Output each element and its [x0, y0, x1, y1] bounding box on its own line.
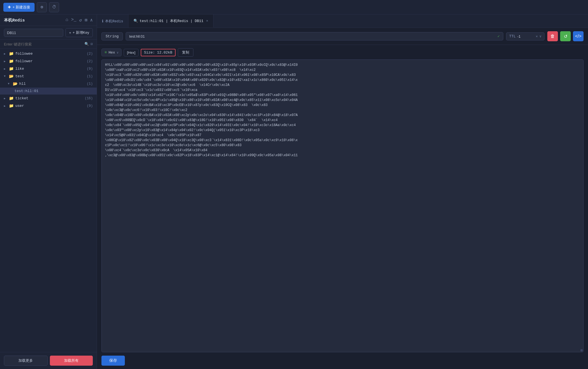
tab-close-button[interactable]: ✕	[206, 19, 208, 23]
copy-button[interactable]: 复制	[178, 48, 193, 57]
chevron-right-icon: ▶	[4, 97, 7, 100]
add-key-button[interactable]: + + 新增Key	[65, 28, 93, 37]
code-button[interactable]: </>	[573, 31, 584, 41]
tree-item-follower[interactable]: ▶ 📁 follower (2)	[0, 57, 97, 65]
tree-item-count: (1)	[87, 82, 93, 86]
delete-button[interactable]: 🗑	[547, 31, 558, 41]
sidebar-header: 本机Redis ⌂ >_ ↺ ⊞ ∧	[0, 15, 97, 26]
key-tree: ▶ 📁 followee (2) ▶ 📁 follower (2) ▶ 📁 li…	[0, 49, 97, 352]
ttl-chevron-icon[interactable]: ∨	[540, 34, 541, 38]
folder-open-icon: 📂	[9, 74, 14, 79]
chevron-right-icon: ▶	[4, 67, 7, 71]
clock-icon: ⏱	[52, 5, 56, 10]
tree-item-count: (16)	[85, 97, 93, 100]
top-bar: ✚ + 新建连接 ⚙ ⏱	[0, 0, 588, 15]
refresh-icon: ↺	[564, 34, 567, 39]
new-connection-button[interactable]: ✚ + 新建连接	[3, 3, 35, 12]
value-editor-textarea[interactable]	[102, 60, 583, 352]
info-icon: ℹ	[102, 19, 103, 23]
key-input-wrapper: ✓	[126, 32, 503, 40]
tree-item-like[interactable]: ▶ 📁 like (9)	[0, 65, 97, 73]
ttl-label: TTL	[509, 34, 516, 38]
tree-item-test[interactable]: ▼ 📂 test (1)	[0, 73, 97, 80]
save-row: 保存	[101, 356, 584, 366]
plus-icon: +	[69, 31, 71, 35]
home-icon[interactable]: ⌂	[65, 17, 68, 23]
confirm-icon[interactable]: ✓	[497, 34, 500, 38]
tree-item-user[interactable]: ▶ 📁 user (9)	[0, 102, 97, 110]
format-selector[interactable]: ≡ Hex ∨	[101, 49, 122, 56]
tree-item-ticket[interactable]: ▶ 📁 ticket (16)	[0, 95, 97, 102]
chevron-right-icon: ▶	[4, 60, 7, 63]
folder-icon: 📁	[9, 59, 14, 64]
ttl-input[interactable]	[517, 34, 534, 38]
tab-local-redis[interactable]: ℹ 本机Redis	[97, 15, 128, 28]
folder-icon: 📁	[9, 66, 14, 71]
folder-icon: 📁	[9, 96, 14, 101]
scroll-corner	[580, 349, 583, 351]
load-all-button[interactable]: 加载所有	[50, 356, 93, 366]
chevron-right-icon: ▶	[4, 104, 7, 108]
tab-label: 本机Redis	[105, 19, 123, 24]
key-editor-header: String ✓ TTL ✕ ∨ 🗑 ↺ </>	[97, 28, 588, 45]
save-button[interactable]: 保存	[101, 356, 125, 366]
refresh-button[interactable]: ↺	[560, 31, 571, 41]
copy-label: 复制	[182, 50, 189, 54]
history-button[interactable]: ⏱	[49, 2, 59, 12]
folder-icon: 📁	[9, 103, 14, 108]
tree-item-count: (2)	[87, 59, 93, 63]
view-toggle-icon[interactable]: ⊡	[91, 42, 93, 46]
search-icon[interactable]: 🔍	[84, 42, 89, 46]
tabs-bar: ℹ 本机Redis 🔍 test:hll:01 | 本机Redis | DB11…	[97, 15, 588, 28]
tree-item-label: test:hll:01	[14, 89, 93, 93]
load-more-button[interactable]: 加载更多	[4, 356, 48, 366]
load-all-label: 加载所有	[64, 358, 79, 363]
sidebar-title: 本机Redis	[4, 18, 25, 23]
tree-item-label: follower	[15, 59, 85, 63]
tree-item-label: user	[15, 104, 85, 108]
key-input[interactable]	[129, 34, 495, 38]
editor-toolbar: ≡ Hex ∨ [Hex] Size: 12.02kB 复制	[101, 48, 584, 57]
value-editor: ≡ Hex ∨ [Hex] Size: 12.02kB 复制 保存	[97, 45, 588, 369]
main-layout: 本机Redis ⌂ >_ ↺ ⊞ ∧ DB11 + + 新增Key 🔍 ⊡	[0, 15, 588, 369]
size-badge: Size: 12.02kB	[141, 49, 176, 56]
tab-test-hll-01[interactable]: 🔍 test:hll:01 | 本机Redis | DB11 ✕	[128, 15, 213, 28]
folder-icon: 📁	[9, 51, 14, 56]
tree-item-count: (2)	[87, 52, 93, 56]
chevron-right-icon: ▶	[4, 52, 7, 56]
save-label: 保存	[109, 358, 117, 363]
search-input[interactable]	[4, 42, 83, 46]
grid-icon[interactable]: ⊞	[85, 17, 88, 23]
ttl-clear-icon[interactable]: ✕	[536, 34, 538, 38]
gear-icon: ⚙	[41, 4, 43, 10]
hex-btn-label: [Hex]	[127, 50, 135, 55]
collapse-icon[interactable]: ∧	[90, 17, 93, 23]
add-key-label: + 新增Key	[72, 30, 89, 35]
folder-open-icon: 📂	[13, 81, 18, 86]
plus-icon: ✚	[8, 5, 11, 9]
refresh-icon[interactable]: ↺	[79, 17, 82, 23]
format-icon: ≡	[105, 50, 107, 55]
tree-item-label: hll	[19, 82, 85, 86]
sidebar-footer: 加载更多 加载所有	[0, 352, 97, 369]
terminal-icon[interactable]: >_	[71, 17, 76, 23]
type-badge: String	[101, 32, 123, 40]
code-icon: </>	[575, 34, 581, 39]
db-selector[interactable]: DB11	[4, 29, 63, 37]
tree-item-label: ticket	[15, 96, 83, 100]
tree-item-hll[interactable]: ▼ 📂 hll (1)	[0, 80, 97, 88]
tab-label: test:hll:01 | 本机Redis | DB11	[140, 18, 203, 23]
hex-button[interactable]: [Hex]	[124, 49, 138, 56]
editor-area-wrapper	[101, 59, 584, 352]
search-icon: 🔍	[133, 19, 138, 23]
settings-button[interactable]: ⚙	[37, 2, 47, 12]
tree-item-count: (1)	[87, 74, 93, 78]
tree-item-followee[interactable]: ▶ 📁 followee (2)	[0, 50, 97, 57]
tree-item-test-hll-01[interactable]: test:hll:01	[0, 88, 97, 95]
sidebar: 本机Redis ⌂ >_ ↺ ⊞ ∧ DB11 + + 新增Key 🔍 ⊡	[0, 15, 97, 369]
chevron-down-icon: ▼	[4, 75, 7, 78]
tree-item-count: (9)	[87, 67, 93, 71]
tree-item-label: like	[15, 67, 85, 71]
trash-icon: 🗑	[550, 34, 555, 39]
content-area: ℹ 本机Redis 🔍 test:hll:01 | 本机Redis | DB11…	[97, 15, 588, 369]
